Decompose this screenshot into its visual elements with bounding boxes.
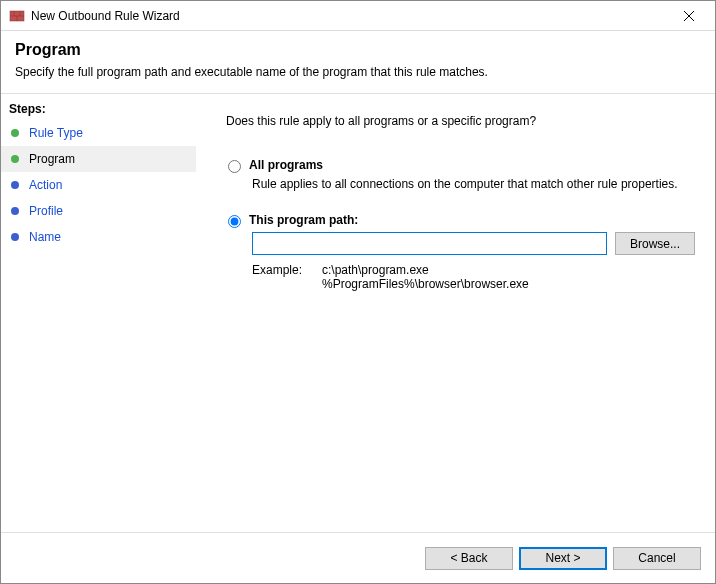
step-profile[interactable]: Profile	[1, 198, 196, 224]
example-row: Example: c:\path\program.exe %ProgramFil…	[252, 263, 695, 291]
step-action[interactable]: Action	[1, 172, 196, 198]
path-row: Browse...	[252, 232, 695, 255]
content-question: Does this rule apply to all programs or …	[226, 114, 695, 128]
bullet-icon	[11, 129, 19, 137]
close-button[interactable]	[666, 1, 711, 30]
wizard-content: Does this rule apply to all programs or …	[196, 94, 715, 532]
radio-group: All programs Rule applies to all connect…	[228, 158, 695, 291]
back-button[interactable]: < Back	[425, 547, 513, 570]
step-label: Name	[29, 230, 61, 244]
step-label: Action	[29, 178, 62, 192]
page-subtitle: Specify the full program path and execut…	[15, 65, 701, 79]
browse-button[interactable]: Browse...	[615, 232, 695, 255]
program-path-input[interactable]	[252, 232, 607, 255]
radio-all-desc: Rule applies to all connections on the c…	[252, 177, 695, 191]
radio-all-label: All programs	[249, 158, 323, 172]
step-rule-type[interactable]: Rule Type	[1, 120, 196, 146]
radio-program-path[interactable]: This program path:	[228, 213, 695, 228]
step-program[interactable]: Program	[1, 146, 196, 172]
firewall-icon	[9, 8, 25, 24]
example-label: Example:	[252, 263, 322, 291]
page-title: Program	[15, 41, 701, 59]
steps-heading: Steps:	[1, 98, 196, 120]
next-button[interactable]: Next >	[519, 547, 607, 570]
titlebar: New Outbound Rule Wizard	[1, 1, 715, 31]
wizard-body: Steps: Rule Type Program Action Profile …	[1, 93, 715, 533]
step-label: Program	[29, 152, 75, 166]
radio-all-input[interactable]	[228, 160, 241, 173]
cancel-button[interactable]: Cancel	[613, 547, 701, 570]
wizard-window: New Outbound Rule Wizard Program Specify…	[0, 0, 716, 584]
step-label: Rule Type	[29, 126, 83, 140]
close-icon	[684, 11, 694, 21]
radio-path-label: This program path:	[249, 213, 358, 227]
bullet-icon	[11, 155, 19, 163]
steps-sidebar: Steps: Rule Type Program Action Profile …	[1, 94, 196, 532]
bullet-icon	[11, 233, 19, 241]
wizard-footer: < Back Next > Cancel	[1, 533, 715, 583]
radio-all-programs[interactable]: All programs	[228, 158, 695, 173]
step-label: Profile	[29, 204, 63, 218]
example-text: c:\path\program.exe %ProgramFiles%\brows…	[322, 263, 529, 291]
bullet-icon	[11, 207, 19, 215]
bullet-icon	[11, 181, 19, 189]
radio-path-input[interactable]	[228, 215, 241, 228]
wizard-header: Program Specify the full program path an…	[1, 31, 715, 93]
window-title: New Outbound Rule Wizard	[31, 9, 666, 23]
step-name[interactable]: Name	[1, 224, 196, 250]
